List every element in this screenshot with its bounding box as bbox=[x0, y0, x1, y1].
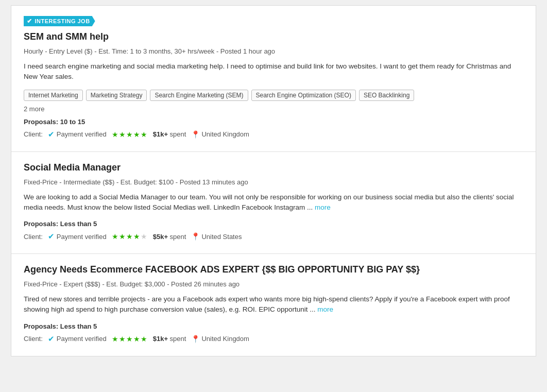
extra-tags: 2 more bbox=[24, 105, 523, 113]
star-filled: ★ bbox=[119, 130, 126, 139]
amount-spent: $5k+ spent bbox=[153, 233, 186, 241]
verified-icon: ✔ bbox=[48, 232, 55, 241]
payment-verified: ✔ Payment verified bbox=[48, 232, 107, 241]
job-meta: Fixed-Price - Intermediate ($$) - Est. B… bbox=[24, 178, 523, 186]
proposals-value: Less than 5 bbox=[60, 322, 97, 330]
star-filled: ★ bbox=[133, 232, 141, 241]
job-title[interactable]: SEM and SMM help bbox=[24, 31, 523, 42]
star-filled: ★ bbox=[133, 335, 141, 343]
job-description: I need search engine marketing and socia… bbox=[24, 61, 523, 82]
job-title[interactable]: Agency Needs Ecommerce FACEBOOK ADS EXPE… bbox=[24, 264, 523, 275]
star-filled: ★ bbox=[119, 232, 126, 241]
verified-icon: ✔ bbox=[48, 130, 55, 139]
star-filled: ★ bbox=[112, 335, 119, 343]
job-description: We are looking to add a Social Media Man… bbox=[24, 192, 523, 213]
star-filled: ★ bbox=[141, 130, 148, 139]
location-text: United States bbox=[201, 233, 242, 241]
client-label: Client: bbox=[24, 233, 43, 241]
location-pin-icon: 📍 bbox=[191, 130, 200, 139]
proposals-label: Proposals: bbox=[24, 220, 58, 228]
star-rating: ★★★★★ bbox=[112, 130, 148, 139]
star-filled: ★ bbox=[126, 232, 133, 241]
client-info: Client: ✔ Payment verified ★★★★★ $1k+ sp… bbox=[24, 130, 523, 139]
client-location: 📍 United Kingdom bbox=[191, 335, 249, 343]
payment-verified: ✔ Payment verified bbox=[48, 130, 107, 139]
client-info: Client: ✔ Payment verified ★★★★★ $1k+ sp… bbox=[24, 334, 523, 344]
star-filled: ★ bbox=[126, 130, 133, 139]
proposals: Proposals: Less than 5 bbox=[24, 220, 523, 228]
payment-text: Payment verified bbox=[57, 233, 107, 241]
tag[interactable]: Internet Marketing bbox=[24, 90, 83, 101]
client-location: 📍 United Kingdom bbox=[191, 130, 249, 139]
more-link[interactable]: more bbox=[317, 305, 333, 313]
job-listings: ✔ INTERESTING JOB SEM and SMM helpHourly… bbox=[11, 5, 536, 356]
badge-label: INTERESTING JOB bbox=[35, 18, 90, 24]
job-tags: Internet MarketingMarketing StrategySear… bbox=[24, 90, 523, 101]
client-location: 📍 United States bbox=[191, 232, 242, 241]
job-meta: Fixed-Price - Expert ($$$) - Est. Budget… bbox=[24, 280, 523, 288]
check-icon: ✔ bbox=[27, 18, 32, 25]
proposals: Proposals: 10 to 15 bbox=[24, 118, 523, 126]
star-filled: ★ bbox=[133, 130, 141, 139]
proposals: Proposals: Less than 5 bbox=[24, 322, 523, 330]
star-rating: ★★★★★ bbox=[112, 232, 148, 241]
star-empty: ★ bbox=[141, 232, 148, 241]
interesting-badge: ✔ INTERESTING JOB bbox=[24, 16, 95, 26]
proposals-value: 10 to 15 bbox=[60, 118, 85, 126]
proposals-label: Proposals: bbox=[24, 118, 58, 126]
tag[interactable]: Search Engine Optimization (SEO) bbox=[251, 90, 356, 101]
star-filled: ★ bbox=[112, 130, 119, 139]
job-description: Tired of new stores and terrible project… bbox=[24, 294, 523, 315]
payment-text: Payment verified bbox=[57, 130, 107, 138]
more-link[interactable]: more bbox=[315, 203, 331, 211]
star-filled: ★ bbox=[126, 335, 133, 343]
proposals-value: Less than 5 bbox=[60, 220, 97, 228]
star-rating: ★★★★★ bbox=[112, 335, 148, 343]
amount-spent: $1k+ spent bbox=[153, 130, 186, 138]
tag[interactable]: Search Engine Marketing (SEM) bbox=[150, 90, 248, 101]
tag[interactable]: Marketing Strategy bbox=[86, 90, 147, 101]
client-label: Client: bbox=[24, 335, 43, 343]
job-card-1: ✔ INTERESTING JOB SEM and SMM helpHourly… bbox=[11, 6, 536, 152]
location-text: United Kingdom bbox=[201, 130, 249, 138]
payment-text: Payment verified bbox=[57, 335, 107, 343]
job-card-3: Agency Needs Ecommerce FACEBOOK ADS EXPE… bbox=[11, 254, 536, 356]
client-info: Client: ✔ Payment verified ★★★★★ $5k+ sp… bbox=[24, 232, 523, 241]
verified-icon: ✔ bbox=[48, 334, 55, 344]
job-title[interactable]: Social Media Manager bbox=[24, 162, 523, 173]
client-label: Client: bbox=[24, 130, 43, 138]
tag[interactable]: SEO Backlinking bbox=[359, 90, 414, 101]
proposals-label: Proposals: bbox=[24, 322, 58, 330]
star-filled: ★ bbox=[119, 335, 126, 343]
star-filled: ★ bbox=[112, 232, 119, 241]
location-pin-icon: 📍 bbox=[191, 232, 200, 241]
job-card-2: Social Media ManagerFixed-Price - Interm… bbox=[11, 152, 536, 254]
star-filled: ★ bbox=[141, 335, 148, 343]
amount-spent: $1k+ spent bbox=[153, 335, 186, 343]
job-meta: Hourly - Entry Level ($) - Est. Time: 1 … bbox=[24, 47, 523, 55]
location-text: United Kingdom bbox=[201, 335, 249, 343]
payment-verified: ✔ Payment verified bbox=[48, 334, 107, 344]
location-pin-icon: 📍 bbox=[191, 335, 200, 343]
